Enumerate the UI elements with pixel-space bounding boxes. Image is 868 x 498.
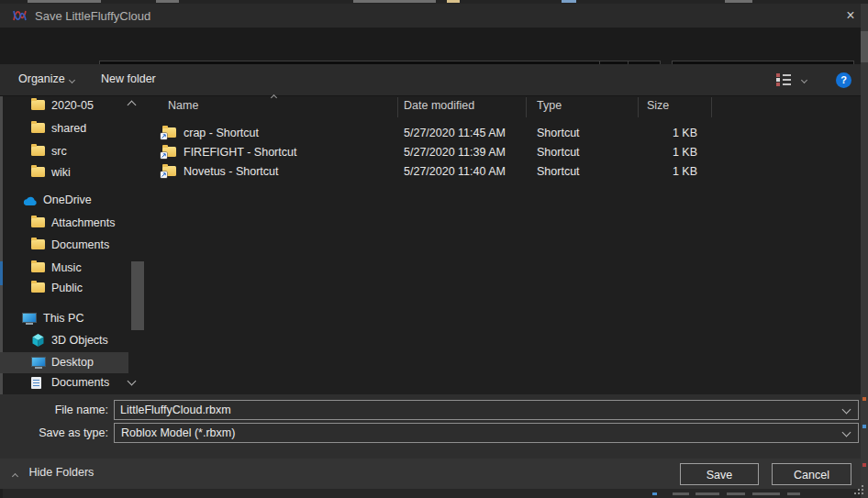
sidebar-item-onedrive[interactable]: OneDrive — [0, 190, 128, 211]
cancel-button[interactable]: Cancel — [772, 463, 851, 485]
sidebar-scrollbar-thumb[interactable] — [131, 261, 144, 330]
new-folder-button[interactable]: New folder — [101, 72, 156, 85]
folder-icon — [31, 239, 45, 249]
sidebar-item-attachments[interactable]: Attachments — [0, 213, 128, 234]
footer-bar: Hide Folders Save Cancel — [0, 459, 861, 489]
folder-shortcut-icon — [162, 127, 176, 138]
save-as-type-value: Roblox Model (*.rbxm) — [121, 426, 235, 439]
hide-folders-button[interactable]: Hide Folders — [13, 466, 94, 482]
computer-monitor-icon — [22, 313, 37, 325]
folder-shortcut-icon — [162, 147, 176, 157]
file-name-label: File name: — [0, 404, 108, 416]
sidebar-scroll-down-icon[interactable] — [128, 377, 137, 386]
file-list: Name Date modified Type Size crap - Shor… — [147, 95, 861, 394]
navigation-bar: ← → ↑ This PC Desktop ↻ — [0, 28, 861, 64]
filename-section: File name: Save as type: Roblox Model (*… — [0, 394, 861, 459]
file-name-input[interactable] — [115, 401, 836, 418]
novetus-logo-icon — [12, 8, 28, 26]
command-toolbar: Organize New folder — [0, 64, 861, 96]
background-window-bottom-sliver — [3, 489, 861, 498]
folder-icon — [31, 100, 45, 110]
sidebar-item-this-pc[interactable]: This PC — [0, 308, 128, 329]
save-as-type-select[interactable]: Roblox Model (*.rbxm) — [114, 423, 859, 443]
folder-icon — [31, 123, 45, 133]
close-button[interactable]: × — [840, 6, 861, 26]
file-name-combo[interactable] — [114, 400, 859, 420]
folder-shortcut-icon — [162, 166, 176, 176]
sidebar-item-music[interactable]: Music — [0, 258, 128, 279]
sidebar-item-documents[interactable]: Documents — [0, 372, 128, 393]
save-as-type-chevron-icon[interactable] — [842, 428, 851, 437]
sidebar-item-documents-onedrive[interactable]: Documents — [0, 235, 128, 256]
sidebar-item-src[interactable]: src — [0, 141, 128, 162]
sidebar-item-3d-objects[interactable]: 3D Objects — [0, 330, 128, 351]
sidebar-item-desktop[interactable]: Desktop — [0, 352, 128, 373]
folder-icon — [31, 282, 45, 293]
sidebar-scroll-up-icon[interactable] — [128, 101, 137, 110]
save-dialog: Save LittleFluffyCloud × ← → ↑ This PC D… — [0, 0, 868, 498]
organize-button[interactable]: Organize — [18, 72, 65, 85]
background-window-right-sliver — [861, 4, 868, 498]
sidebar-item-public[interactable]: Public — [0, 278, 128, 299]
onedrive-cloud-icon — [22, 195, 39, 209]
file-row-novetus-shortcut[interactable]: Novetus - Shortcut 5/27/2020 11:40 AM Sh… — [147, 162, 861, 182]
change-view-icon[interactable] — [776, 73, 791, 85]
desktop-monitor-icon — [31, 357, 46, 369]
view-chevron-icon[interactable] — [801, 77, 807, 83]
help-button[interactable]: ? — [836, 72, 851, 88]
file-name-chevron-icon[interactable] — [842, 405, 851, 415]
folder-icon — [31, 262, 45, 272]
save-button[interactable]: Save — [680, 463, 759, 485]
save-as-type-label: Save as type: — [0, 426, 108, 439]
column-header-date-modified[interactable]: Date modified — [404, 99, 474, 112]
column-header-type[interactable]: Type — [537, 99, 562, 112]
sidebar-item-2020-05[interactable]: 2020-05 — [0, 95, 128, 116]
sidebar-item-shared[interactable]: shared — [0, 118, 128, 139]
title-bar: Save LittleFluffyCloud × — [0, 4, 861, 28]
column-header-size[interactable]: Size — [647, 99, 669, 112]
folder-icon — [31, 146, 45, 156]
chevron-up-icon — [12, 473, 18, 480]
sidebar-item-wiki[interactable]: wiki — [0, 162, 128, 183]
file-row-crap-shortcut[interactable]: crap - Shortcut 5/27/2020 11:45 AM Short… — [147, 124, 861, 143]
folder-icon — [31, 217, 45, 227]
file-row-firefight-shortcut[interactable]: FIREFIGHT - Shortcut 5/27/2020 11:39 AM … — [147, 143, 861, 162]
document-icon — [31, 377, 41, 389]
column-header-name[interactable]: Name — [168, 99, 198, 112]
sort-ascending-icon — [271, 94, 277, 101]
cube-3d-icon — [31, 333, 45, 350]
organize-chevron-icon — [69, 77, 75, 83]
folder-icon — [31, 167, 45, 177]
window-title: Save LittleFluffyCloud — [35, 9, 150, 23]
resize-grip[interactable] — [862, 492, 863, 494]
